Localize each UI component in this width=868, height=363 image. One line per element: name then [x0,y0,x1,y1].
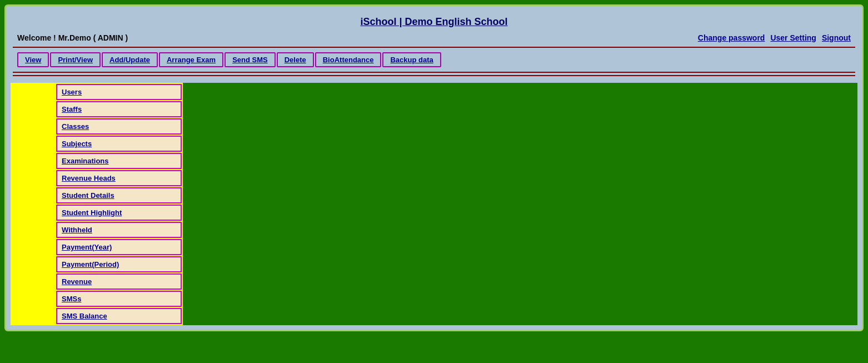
welcome-links: Change password User Setting Signout [698,33,851,42]
menu-classes[interactable]: Classes [56,118,182,135]
app-title: iSchool | Demo English School [13,13,855,31]
menu-sms-balance[interactable]: SMS Balance [56,308,182,324]
main-window: iSchool | Demo English School Welcome ! … [4,4,864,331]
menu-student-details[interactable]: Student Details [56,187,182,203]
signout-link[interactable]: Signout [822,33,851,42]
menu-payment-period[interactable]: Payment(Period) [56,256,182,272]
nav-bioattendance[interactable]: BioAttendance [315,52,382,67]
inner-content: iSchool | Demo English School Welcome ! … [11,11,857,81]
welcome-bar: Welcome ! Mr.Demo ( ADMIN ) Change passw… [13,31,855,44]
menu-payment-year[interactable]: Payment(Year) [56,239,182,255]
nav-arrange-exam[interactable]: Arrange Exam [159,52,223,67]
menu-revenue-heads[interactable]: Revenue Heads [56,170,182,186]
divider-1 [13,47,855,48]
menu-student-highlight[interactable]: Student Highlight [56,205,182,221]
menu-panel: UsersStaffsClassesSubjectsExaminationsRe… [55,83,183,325]
menu-users[interactable]: Users [56,84,182,100]
nav-view[interactable]: View [17,52,49,67]
menu-revenue[interactable]: Revenue [56,274,182,290]
welcome-text: Welcome ! Mr.Demo ( ADMIN ) [17,33,128,42]
user-setting-link[interactable]: User Setting [770,33,816,42]
divider-3 [13,75,855,76]
menu-subjects[interactable]: Subjects [56,136,182,152]
nav-add-update[interactable]: Add/Update [102,52,158,67]
menu-examinations[interactable]: Examinations [56,153,182,169]
nav-delete[interactable]: Delete [277,52,314,67]
divider-2 [13,72,855,73]
content-area [183,83,857,325]
sidebar [11,83,55,325]
nav-print-view[interactable]: Print/View [50,52,101,67]
main-content: UsersStaffsClassesSubjectsExaminationsRe… [11,83,857,325]
nav-bar: ViewPrint/ViewAdd/UpdateArrange ExamSend… [13,50,855,69]
change-password-link[interactable]: Change password [698,33,765,42]
menu-withheld[interactable]: Withheld [56,222,182,238]
menu-smss[interactable]: SMSs [56,291,182,307]
menu-staffs[interactable]: Staffs [56,101,182,117]
nav-backup-data[interactable]: Backup data [382,52,441,67]
nav-send-sms[interactable]: Send SMS [225,52,276,67]
